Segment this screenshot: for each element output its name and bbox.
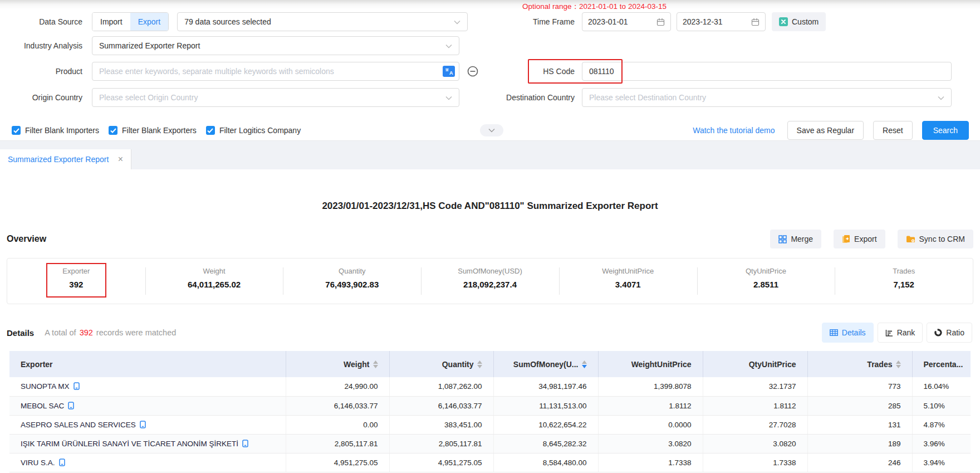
sync-to-crm-button[interactable]: Sync to CRM [898,230,973,248]
trades-cell: 285 [807,396,912,415]
sort-icon[interactable] [477,360,482,368]
end-date-input[interactable] [677,12,766,31]
origin-country-label: Origin Country [0,93,82,102]
industry-analysis-select[interactable]: Summarized Exporter Report [92,36,459,55]
details-view-button[interactable]: Details [822,323,874,343]
quantity-cell: 1,087,262.00 [389,377,493,396]
exporter-link[interactable]: MEBOL SAC [21,402,64,410]
hs-code-input[interactable] [582,62,952,81]
exporter-cell: ASEPRO SALES AND SERVICES [9,415,286,434]
hs-code-label: HS Code [504,67,575,76]
tab-summarized-exporter-report[interactable]: Summarized Exporter Report × [0,149,131,169]
company-contact-icon[interactable] [68,402,74,409]
origin-country-select[interactable]: Please select Origin Country [92,88,459,107]
exporter-cell: VIRU S.A. [9,453,286,472]
exclude-keywords-icon[interactable] [467,65,479,77]
export-toggle-button[interactable]: Export [130,13,168,31]
col-trades-sort[interactable]: Trades [807,351,912,377]
stat-value: 3.4071 [559,280,697,289]
col-qty-unit-price: QtyUnitPrice [703,351,807,377]
calendar-icon[interactable] [751,18,759,26]
sort-icon[interactable] [896,360,901,368]
filter-logistics-company-checkbox[interactable]: Filter Logitics Company [206,126,301,135]
translate-icon[interactable]: A [443,66,455,77]
reset-button[interactable]: Reset [873,121,913,140]
destination-country-placeholder: Please select Destination Country [589,93,706,102]
col-sum-of-money-sort[interactable]: SumOfMoney(U... [493,351,598,377]
save-as-regular-button[interactable]: Save as Regular [787,121,864,140]
overview-heading: Overview [7,234,46,244]
stat-value: 76,493,902.83 [283,280,421,289]
percentage-cell: 5.10% [912,396,971,415]
origin-country-placeholder: Please select Origin Country [99,93,198,102]
exporter-cell: MEBOL SAC [9,396,286,415]
stat-label: SumOfMoney(USD) [421,267,559,275]
exporter-cell: SUNOPTA MX [9,377,286,396]
company-contact-icon[interactable] [59,459,65,466]
checkbox-checked-icon[interactable] [12,126,21,135]
export-label: Export [854,235,876,243]
company-contact-icon[interactable] [140,421,146,428]
exporter-link[interactable]: VIRU S.A. [21,459,55,467]
sum-of-money-cell: 8,645,282.32 [493,434,598,453]
qty-unit-price-cell: 1.8112 [703,396,807,415]
chevron-down-icon [445,41,452,50]
destination-country-select[interactable]: Please select Destination Country [582,88,952,107]
exporter-link[interactable]: ASEPRO SALES AND SERVICES [21,421,136,429]
sort-icon-active-desc[interactable] [582,360,587,368]
trades-cell: 773 [807,377,912,396]
stat-sum-of-money: SumOfMoney(USD) 218,092,237.4 [421,259,559,304]
data-sources-select[interactable]: 79 data sources selected [177,12,468,31]
checkbox-checked-icon[interactable] [109,126,117,135]
tutorial-demo-link[interactable]: Watch the tutorial demo [693,126,775,135]
hs-code-group: HS Code [504,62,952,81]
industry-analysis-value: Summarized Exporter Report [99,41,200,50]
exporter-cell: IŞIK TARIM ÜRÜNLERİ SANAYİ VE TİCARET AN… [9,434,286,453]
sum-of-money-cell: 34,981,197.46 [493,377,598,396]
sort-icon[interactable] [373,360,378,368]
percentage-cell: 4.87% [912,415,971,434]
custom-range-button[interactable]: Custom [772,12,826,31]
details-row: Details A total of392records were matche… [7,323,972,343]
import-toggle-button[interactable]: Import [92,13,130,31]
filter-blank-importers-checkbox[interactable]: Filter Blank Importers [12,126,99,135]
col-weight-sort[interactable]: Weight [286,351,389,377]
close-icon[interactable]: × [118,155,123,164]
checkbox-label: Filter Logitics Company [219,126,301,135]
percentage-cell: 3.94% [912,453,971,472]
start-date-input[interactable] [582,12,671,31]
export-button[interactable]: Export [834,230,885,248]
weight-cell: 24,990.00 [286,377,389,396]
calendar-icon[interactable] [656,18,665,26]
sum-of-money-cell: 11,131,513.00 [493,396,598,415]
stat-qty-unit-price: QtyUnitPrice 2.8511 [697,259,835,304]
row-data-source: Data Source Import Export 79 data source… [0,12,980,31]
filter-blank-exporters-checkbox[interactable]: Filter Blank Exporters [109,126,197,135]
weight-cell: 6,146,033.77 [286,396,389,415]
stat-trades: Trades 7,152 [835,259,973,304]
company-contact-icon[interactable] [242,440,248,447]
qty-unit-price-cell: 32.1737 [703,377,807,396]
exporter-link[interactable]: IŞIK TARIM ÜRÜNLERİ SANAYİ VE TİCARET AN… [21,440,238,448]
company-contact-icon[interactable] [74,382,80,390]
tab-label: Summarized Exporter Report [8,155,109,164]
end-date-value[interactable] [683,17,738,26]
table-header-row: Exporter Weight Quantity SumOfMoney(U...… [9,351,971,377]
checkbox-label: Filter Blank Exporters [122,126,197,135]
rank-view-label: Rank [897,328,915,337]
ratio-view-button[interactable]: Ratio [927,323,972,343]
checkbox-checked-icon[interactable] [206,126,215,135]
start-date-value[interactable] [588,17,644,26]
row-product: Product A HS Code [0,62,980,81]
table-row: VIRU S.A. 4,951,275.05 4,951,275.05 8,58… [9,453,971,472]
search-button[interactable]: Search [922,121,969,140]
exporter-link[interactable]: SUNOPTA MX [21,382,70,391]
details-heading: Details [7,328,34,338]
product-keywords-input[interactable] [92,62,459,81]
ratio-view-label: Ratio [946,328,964,337]
col-quantity-sort[interactable]: Quantity [389,351,493,377]
rank-view-button[interactable]: Rank [878,323,923,343]
collapse-filters-button[interactable] [480,124,503,136]
merge-button[interactable]: Merge [770,230,821,248]
stat-label: Weight [145,267,283,275]
